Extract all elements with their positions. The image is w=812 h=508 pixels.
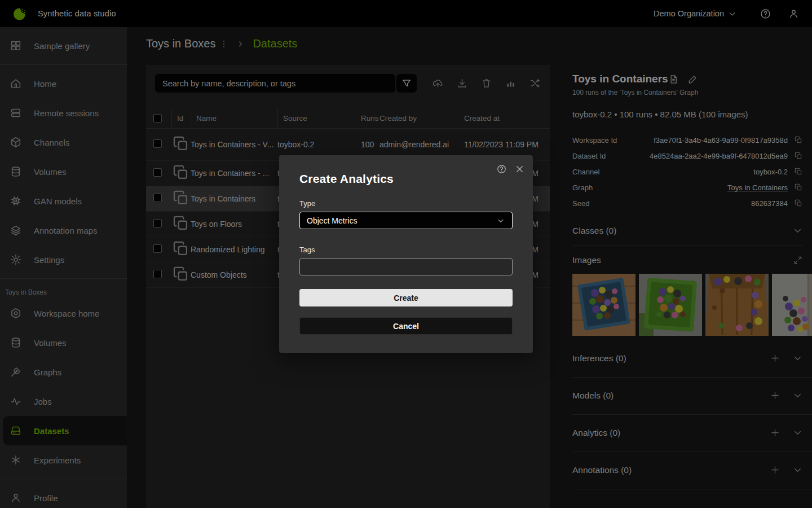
create-button[interactable]: Create	[299, 289, 513, 306]
help-icon[interactable]	[496, 164, 507, 174]
create-analytics-modal: Create Analytics Type Object Metrics Tag…	[279, 155, 533, 353]
chevron-down-icon	[496, 216, 505, 225]
tags-label: Tags	[299, 246, 513, 254]
type-label: Type	[299, 199, 513, 208]
tags-input[interactable]	[299, 258, 513, 275]
cancel-button[interactable]: Cancel	[299, 317, 513, 335]
type-select-value: Object Metrics	[307, 216, 357, 225]
type-select[interactable]: Object Metrics	[299, 212, 513, 229]
modal-title: Create Analytics	[299, 172, 513, 186]
close-icon[interactable]	[514, 164, 525, 174]
